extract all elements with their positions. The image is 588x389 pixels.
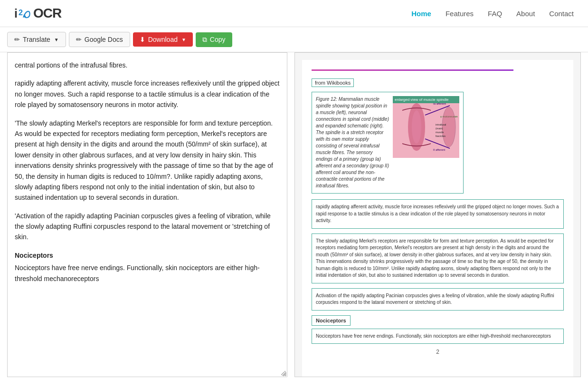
figure-box: Figure 12: Mammalian muscle spindle show… [312, 92, 464, 194]
ocr-text-block-2: The slowly adapting Merkel's receptors a… [312, 233, 564, 283]
nav-features[interactable]: Features [446, 10, 474, 18]
resize-handle[interactable] [281, 371, 286, 376]
text-paragraph-5: Nociceptors have free nerve endings. Fun… [15, 263, 280, 284]
logo: i 2 OCR [14, 5, 61, 22]
googledocs-label: Google Docs [85, 36, 123, 43]
svg-text:2: 2 [19, 8, 23, 17]
copy-button[interactable]: ⧉ Copy [196, 32, 232, 47]
figure-caption: Figure 12: Mammalian muscle spindle show… [316, 96, 389, 189]
download-label: Download [148, 36, 178, 43]
svg-text:intrafusal: intrafusal [436, 123, 446, 126]
ocr-text-block-1: rapidly adapting afferent activity, musc… [312, 199, 564, 229]
svg-text:i: i [14, 7, 17, 20]
translate-arrow-icon: ▼ [54, 37, 59, 42]
image-panel-inner: from Wikibooks Figure 12: Mammalian musc… [302, 60, 573, 377]
main-content: central portions of the intrafusal fibre… [0, 52, 588, 384]
logo-text: OCR [33, 6, 61, 21]
text-paragraph-3: 'The slowly adapting Merkel's receptors … [15, 118, 280, 203]
translate-button[interactable]: ✏ Translate ▼ [7, 32, 66, 47]
download-icon: ⬇ [140, 36, 145, 43]
ocr-text-block-3: Activation of the rapidly adapting Pacin… [312, 288, 564, 311]
download-arrow-icon: ▼ [181, 37, 186, 42]
nociceptors-text-block: Nociceptors have free nerve endings. Fun… [312, 329, 564, 344]
svg-text:(main): (main) [436, 127, 443, 130]
pencil-icon: ✏ [14, 36, 20, 43]
translate-label: Translate [23, 36, 50, 43]
text-paragraph-4: 'Activation of the rapidly adapting Paci… [15, 211, 280, 243]
download-button[interactable]: ⬇ Download ▼ [133, 32, 193, 47]
svg-text:fascicles: fascicles [436, 135, 446, 137]
svg-point-9 [442, 107, 455, 147]
text-panel[interactable]: central portions of the intrafusal fibre… [7, 52, 287, 377]
nociceptors-heading-left: Nociceptors [15, 250, 280, 261]
svg-text:muscle: muscle [436, 131, 444, 134]
header: i 2 OCR Home Features FAQ About Contact [0, 0, 588, 27]
copy-label: Copy [210, 36, 226, 43]
figure-image-overlay: enlarged view of muscle spindle [393, 96, 459, 103]
nav-faq[interactable]: FAQ [488, 10, 502, 18]
top-decorative-line [312, 69, 513, 71]
nav-contact[interactable]: Contact [549, 10, 574, 18]
svg-point-5 [412, 110, 421, 144]
logo-icon: i 2 [14, 5, 31, 22]
text-paragraph-2: rapidly adapting afferent activity, musc… [15, 78, 280, 110]
nav-about[interactable]: About [516, 10, 535, 18]
figure-image: enlarged view of muscle spindle [393, 96, 459, 158]
image-panel[interactable]: from Wikibooks Figure 12: Mammalian musc… [294, 52, 581, 377]
text-paragraph-1: central portions of the intrafusal fibre… [15, 60, 280, 70]
nav-home[interactable]: Home [411, 10, 431, 18]
toolbar: ✏ Translate ▼ ✏ Google Docs ⬇ Download ▼… [0, 27, 588, 52]
wikibooks-badge: from Wikibooks [312, 78, 354, 87]
nociceptors-heading-right: Nociceptors [312, 315, 351, 326]
muscle-spindle-svg: Ia afferent II afferent γ motoneuron int… [393, 96, 459, 158]
page-number: 2 [312, 349, 564, 355]
main-nav: Home Features FAQ About Contact [411, 10, 574, 18]
googledocs-icon: ✏ [76, 36, 82, 43]
svg-text:II afferent: II afferent [433, 148, 446, 151]
googledocs-button[interactable]: ✏ Google Docs [69, 32, 130, 47]
copy-icon: ⧉ [202, 36, 207, 44]
